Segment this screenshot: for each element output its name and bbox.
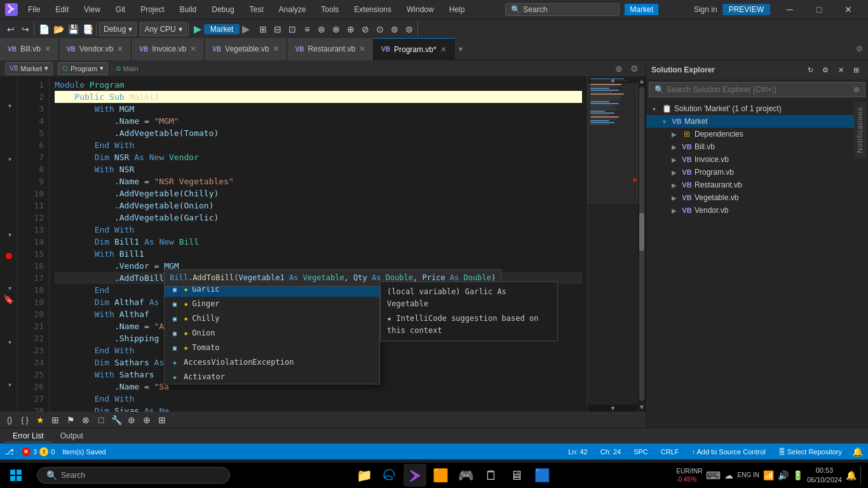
ac-item-access[interactable]: ◈ AccessViolationException (165, 355, 379, 370)
fold-arrow-20[interactable]: ▾ (8, 285, 11, 292)
sound-icon[interactable]: 🔊 (778, 470, 789, 480)
menu-window[interactable]: Window (402, 4, 439, 15)
code-btn-flag[interactable]: ⚑ (64, 413, 78, 427)
se-search[interactable]: 🔍 ⊛ (649, 82, 865, 97)
minimap-scroll-up[interactable]: ▲ (610, 76, 616, 83)
toolbar-btn-3[interactable]: ⊡ (285, 22, 299, 36)
open-file-button[interactable]: 📂 (51, 22, 65, 36)
ch-status[interactable]: Ch: 24 (598, 448, 623, 456)
tree-solution[interactable]: ▾ 📋 Solution 'Market' (1 of 1 project) (646, 102, 868, 115)
code-btn-expand[interactable]: ⊕ (140, 413, 154, 427)
autocomplete-dropdown[interactable]: ▣ ★ Garlic ▣ ★ Ginger ▣ ★ Chilly (164, 281, 380, 384)
currency-widget[interactable]: EUR/INR -0.45% (676, 467, 702, 484)
save-button[interactable]: 💾 (66, 22, 80, 36)
fold-arrow-15[interactable]: ▾ (8, 231, 11, 238)
code-btn-tool[interactable]: 🔧 (109, 413, 123, 427)
tab-vendor-close[interactable]: ✕ (117, 44, 123, 53)
debug-mode-dropdown[interactable]: Debug ▾ (99, 22, 137, 36)
tab-bill-close[interactable]: ✕ (44, 44, 51, 53)
tree-program[interactable]: ▶ VB Program.vb (646, 166, 868, 179)
fold-arrow-8[interactable]: ▾ (8, 156, 11, 163)
menu-edit[interactable]: Edit (50, 4, 74, 15)
menu-file[interactable]: File (23, 4, 45, 15)
vscrollbar[interactable]: ▲ ▼ (638, 76, 646, 412)
scroll-up-btn[interactable]: ▲ (637, 76, 646, 86)
taskbar-clock[interactable]: 00:53 06/10/2024 (807, 466, 842, 485)
spc-status[interactable]: SPC (631, 448, 651, 456)
taskbar-app-vs[interactable] (403, 464, 426, 487)
tree-restaurant[interactable]: ▶ VB Restaurant.vb (646, 179, 868, 191)
vscrollbar-thumb[interactable] (639, 213, 644, 251)
toolbar-btn-8[interactable]: ⊘ (358, 22, 372, 36)
toolbar-btn-10[interactable]: ⊚ (388, 22, 402, 36)
tab-restaurant-close[interactable]: ✕ (359, 44, 365, 53)
ac-item-activator[interactable]: ◈ Activator (165, 370, 379, 384)
battery-icon[interactable]: 🔋 (792, 470, 803, 480)
code-btn-braces[interactable]: {} (3, 413, 17, 427)
minimap[interactable]: ▲ ▼ (587, 76, 638, 412)
tray-icon-2[interactable]: ☁ (724, 470, 733, 480)
se-search-input[interactable] (667, 85, 851, 94)
method-dropdown[interactable]: ⬡ Program ▾ (58, 62, 108, 75)
code-btn-grid2[interactable]: ⊞ (155, 413, 169, 427)
new-file-button[interactable]: 📄 (37, 22, 51, 36)
code-btn-grid[interactable]: ⊞ (48, 413, 62, 427)
editor-split-btn[interactable]: ⊕ (613, 62, 625, 75)
tab-settings-btn[interactable]: ⚙ (851, 44, 868, 53)
se-close-btn[interactable]: ✕ (834, 63, 848, 77)
tree-bill[interactable]: ▶ VB Bill.vb (646, 140, 868, 153)
crlf-status[interactable]: CRLF (658, 448, 682, 456)
ac-item-ginger[interactable]: ▣ ★ Ginger (165, 297, 379, 311)
menu-project[interactable]: Project (135, 4, 169, 15)
code-btn-star[interactable]: ★ (33, 413, 47, 427)
taskbar-app-5[interactable]: 🟦 (531, 464, 553, 487)
tab-vegetable[interactable]: VB Vegetable.vb ✕ (205, 38, 287, 60)
minimize-button[interactable]: ─ (775, 0, 804, 19)
menu-debug[interactable]: Debug (207, 4, 239, 15)
ln-status[interactable]: Ln: 42 (566, 448, 590, 456)
tab-invoice-close[interactable]: ✕ (190, 44, 196, 53)
menu-help[interactable]: Help (444, 4, 470, 15)
taskbar-app-3[interactable]: 🗒 (480, 464, 503, 487)
close-button[interactable]: ✕ (834, 0, 863, 19)
add-to-source-btn[interactable]: ↑ Add to Source Control (689, 448, 768, 456)
ac-item-chilly[interactable]: ▣ ★ Chilly (165, 311, 379, 326)
menu-market-active[interactable]: Market (625, 4, 658, 15)
menu-tools[interactable]: Tools (316, 4, 344, 15)
taskbar-app-files[interactable]: 📁 (353, 464, 376, 487)
toolbar-btn-7[interactable]: ⊕ (344, 22, 358, 36)
code-btn-plug[interactable]: ⊛ (125, 413, 139, 427)
fold-arrow-29[interactable]: ▾ (8, 381, 11, 388)
notifications-tab[interactable]: Notifications (854, 102, 868, 158)
cpu-dropdown[interactable]: Any CPU ▾ (140, 22, 186, 36)
ac-item-tomato[interactable]: ▣ ★ Tomato (165, 341, 379, 355)
code-btn-snippet[interactable]: { } (18, 413, 32, 427)
wifi-icon[interactable]: 📶 (763, 470, 774, 480)
tree-project[interactable]: ▾ VB Market (646, 115, 868, 128)
code-btn-square[interactable]: □ (94, 413, 108, 427)
scroll-down-btn[interactable]: ▼ (637, 402, 646, 412)
tab-overflow-btn[interactable]: ▾ (455, 44, 466, 53)
errors-indicator[interactable]: ✕ 3 ! 0 (19, 447, 57, 456)
editor-settings-btn[interactable]: ⚙ (628, 62, 641, 75)
tab-program-close[interactable]: ✕ (440, 45, 447, 54)
notification-center-btn[interactable]: 🔔 (846, 470, 857, 480)
start-button[interactable] (0, 470, 32, 481)
show-desktop-btn[interactable] (860, 466, 863, 485)
tab-program[interactable]: VB Program.vb* ✕ (374, 38, 455, 60)
code-content[interactable]: Module Program Public Sub Main() With MG… (50, 76, 587, 412)
menu-build[interactable]: Build (175, 4, 202, 15)
lang-indicator[interactable]: ENG IN (737, 471, 759, 479)
fold-arrow-25[interactable]: ▾ (8, 339, 11, 346)
taskbar-app-4[interactable]: 🖥 (505, 464, 528, 487)
tab-vendor[interactable]: VB Vendor.vb ✕ (59, 38, 132, 60)
menu-view[interactable]: View (79, 4, 105, 15)
taskbar-app-2[interactable]: 🎮 (454, 464, 477, 487)
module-dropdown[interactable]: VB Market ▾ (5, 62, 53, 75)
tree-vendor[interactable]: ▶ VB Vendor.vb (646, 204, 868, 217)
preview-button[interactable]: PREVIEW (722, 4, 770, 15)
bottom-tab-errors[interactable]: Error List (5, 430, 51, 442)
save-all-button[interactable]: 📑 (81, 22, 95, 36)
run-button[interactable]: ▶ (193, 23, 203, 35)
toolbar-btn-5[interactable]: ⊛ (315, 22, 329, 36)
